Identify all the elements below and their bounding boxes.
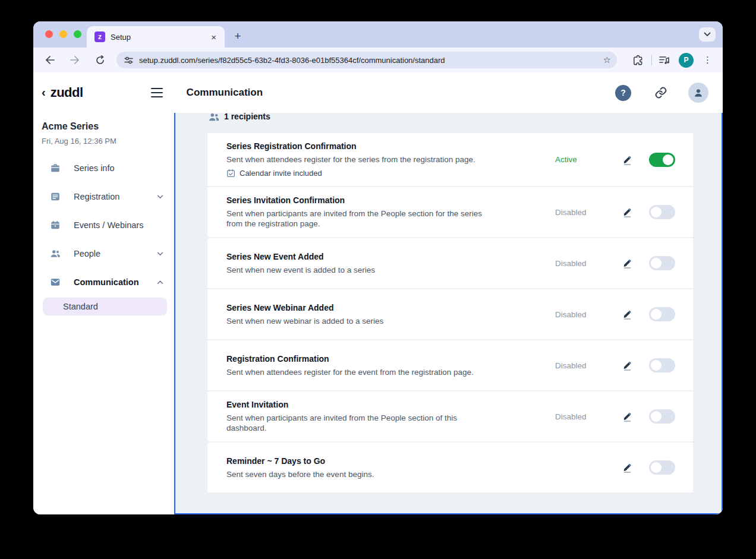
edit-pencil-icon[interactable] — [622, 359, 634, 371]
status-label: Disabled — [555, 259, 599, 268]
address-bar[interactable]: setup.zuddl.com/series/f82d55c5-63b2-4fd… — [116, 52, 617, 68]
email-row: Series New Webinar Added Sent when new w… — [207, 288, 693, 339]
email-description: Sent when participants are invited from … — [226, 209, 497, 229]
browser-window: z Setup × + setup.zuddl.com/series/f82d5… — [33, 21, 723, 514]
enable-toggle[interactable] — [649, 409, 675, 424]
new-tab-button[interactable]: + — [229, 28, 246, 45]
chevron-down-icon — [157, 252, 163, 256]
calendar-invite-badge: Calendar invite included — [226, 169, 555, 178]
email-description: Sent when new webinar is added to a seri… — [226, 316, 497, 326]
zoom-window-button[interactable] — [74, 30, 81, 38]
toggle-knob — [651, 258, 662, 269]
enable-toggle[interactable] — [649, 460, 675, 475]
page-title: Communication — [187, 87, 263, 99]
email-title: Event Invitation — [226, 400, 555, 409]
status-label: Disabled — [555, 208, 599, 217]
user-avatar[interactable] — [688, 83, 708, 103]
status-label: Disabled — [555, 361, 599, 370]
toggle-knob — [651, 360, 662, 371]
browser-menu-icon[interactable]: ⋮ — [700, 55, 716, 65]
status-label: Disabled — [555, 310, 599, 319]
toggle-knob — [651, 462, 662, 473]
back-icon[interactable] — [42, 52, 58, 68]
sidebar-item-communication[interactable]: Communication — [40, 268, 174, 296]
enable-toggle[interactable] — [649, 205, 675, 219]
toggle-knob — [651, 207, 662, 217]
toggle-knob — [651, 309, 662, 320]
sidebar-item-label: Series info — [74, 163, 163, 173]
extensions-icon[interactable] — [630, 52, 645, 68]
sidebar-item-label: Communication — [74, 277, 157, 287]
edit-pencil-icon[interactable] — [622, 206, 634, 218]
email-title: Series Registration Confirmation — [226, 141, 555, 151]
app-header: ‹ zuddl Communication ? — [33, 72, 723, 113]
email-row: Registration Confirmation Sent when atte… — [207, 339, 693, 390]
sidebar-item-events-webinars[interactable]: Events / Webinars — [40, 211, 174, 239]
enable-toggle[interactable] — [649, 153, 675, 167]
close-window-button[interactable] — [45, 30, 53, 38]
browser-tab[interactable]: z Setup × — [87, 26, 225, 48]
recipients-people-icon — [209, 113, 219, 121]
briefcase-icon — [50, 163, 61, 173]
email-description: Sent when attendees register for the eve… — [226, 367, 497, 377]
browser-toolbar: setup.zuddl.com/series/f82d55c5-63b2-4fd… — [33, 48, 723, 72]
enable-toggle[interactable] — [649, 307, 675, 321]
enable-toggle[interactable] — [649, 256, 675, 270]
sidebar: Acme Series Fri, Aug 16, 12:36 PM Series… — [33, 113, 174, 514]
back-chevron-icon[interactable]: ‹ — [42, 86, 46, 98]
email-title: Reminder ~ 7 Days to Go — [226, 456, 555, 466]
forward-icon[interactable] — [67, 52, 83, 68]
sidebar-subitem-label: Standard — [63, 302, 98, 311]
recipients-summary: 1 recipients — [209, 113, 722, 123]
bookmark-star-icon[interactable]: ☆ — [603, 55, 611, 65]
calendar-invite-label: Calendar invite included — [240, 169, 322, 178]
tab-title: Setup — [111, 33, 209, 42]
series-datetime: Fri, Aug 16, 12:36 PM — [40, 137, 174, 146]
email-description: Sent when participants are invited from … — [226, 413, 497, 433]
sidebar-item-label: People — [74, 249, 157, 258]
sidebar-subitem-standard[interactable]: Standard — [43, 298, 167, 315]
sidebar-item-label: Events / Webinars — [74, 220, 163, 230]
media-controls-icon[interactable] — [657, 52, 672, 68]
sidebar-item-series-info[interactable]: Series info — [40, 154, 174, 182]
site-settings-icon[interactable] — [124, 56, 134, 65]
menu-hamburger-icon[interactable] — [151, 88, 163, 97]
email-title: Series New Event Added — [226, 252, 555, 261]
copy-link-icon[interactable] — [652, 84, 670, 102]
browser-tab-strip: z Setup × + — [33, 21, 723, 48]
people-icon — [50, 248, 61, 259]
zuddl-logo[interactable]: ‹ zuddl — [42, 85, 83, 100]
mail-icon — [50, 277, 61, 288]
edit-pencil-icon[interactable] — [622, 462, 634, 473]
email-row: Event Invitation Sent when participants … — [207, 390, 693, 441]
chevron-up-icon — [157, 280, 163, 285]
sidebar-item-people[interactable]: People — [40, 239, 174, 268]
tab-close-icon[interactable]: × — [209, 32, 219, 42]
edit-pencil-icon[interactable] — [622, 410, 634, 422]
email-title: Series Invitation Confirmation — [226, 195, 555, 205]
toggle-knob — [663, 154, 673, 165]
toolbar-divider — [651, 55, 652, 65]
email-description: Sent seven days before the event begins. — [226, 469, 497, 479]
browser-profile-avatar[interactable]: P — [679, 53, 694, 68]
window-controls — [45, 30, 81, 38]
calendar-icon — [50, 220, 61, 230]
email-title: Registration Confirmation — [226, 354, 555, 364]
email-title: Series New Webinar Added — [226, 303, 555, 312]
edit-pencil-icon[interactable] — [622, 308, 634, 320]
chevron-down-icon — [157, 195, 163, 199]
sidebar-nav: Series info Registration Events / Webina… — [40, 154, 174, 296]
edit-pencil-icon[interactable] — [622, 154, 634, 166]
edit-pencil-icon[interactable] — [622, 257, 634, 269]
url-text[interactable]: setup.zuddl.com/series/f82d55c5-63b2-4fd… — [139, 56, 603, 65]
help-button[interactable]: ? — [615, 85, 631, 101]
status-label: Active — [555, 155, 599, 164]
minimize-window-button[interactable] — [59, 30, 67, 38]
enable-toggle[interactable] — [649, 358, 675, 372]
reload-icon[interactable] — [92, 52, 108, 68]
tab-search-chevron-icon[interactable] — [699, 27, 716, 42]
sidebar-item-registration[interactable]: Registration — [40, 182, 174, 211]
main-content: 1 recipients Series Registration Confirm… — [174, 113, 723, 514]
email-description: Sent when new event is added to a series — [226, 265, 497, 275]
email-description: Sent when attendees register for the ser… — [226, 154, 497, 165]
